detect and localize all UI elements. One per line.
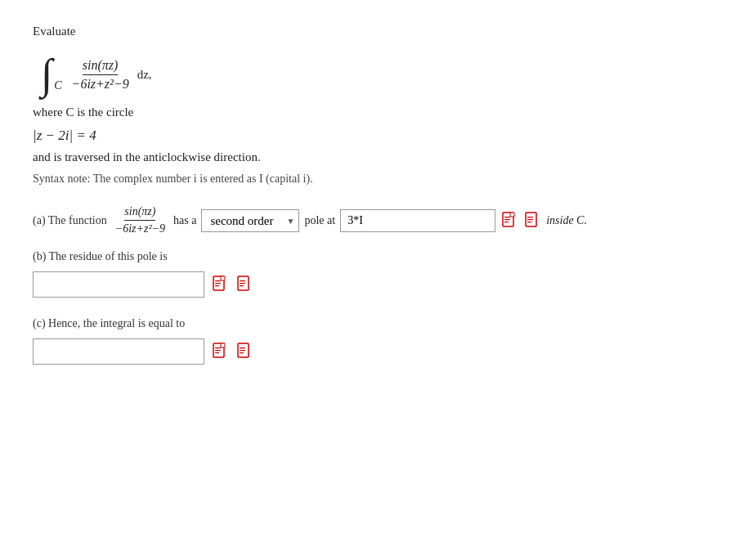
svg-rect-9 [215, 280, 221, 281]
syntax-note: Syntax note: The complex number i is ent… [33, 172, 720, 186]
svg-rect-14 [240, 283, 245, 284]
integral-block: ∫ C sin(πz) −6iz+z²−9 dz, [41, 53, 720, 96]
part-b-input[interactable] [33, 271, 204, 298]
part-c-icon-2[interactable] [235, 343, 253, 361]
svg-rect-1 [504, 217, 510, 217]
pole-value-input[interactable] [340, 209, 495, 232]
evaluate-heading: Evaluate [33, 25, 720, 38]
svg-rect-13 [240, 280, 245, 281]
part-c-label: (c) Hence, the integral is equal to [33, 317, 720, 330]
integral-sub: C [54, 79, 61, 92]
part-b-icon-2[interactable] [235, 276, 253, 293]
svg-rect-19 [215, 352, 219, 353]
part-b-label: (b) The residue of this pole is [33, 250, 720, 263]
order-dropdown-wrapper[interactable]: first order second order third order ▼ [201, 209, 299, 232]
part-c-section: (c) Hence, the integral is equal to [33, 317, 720, 365]
integral-symbol: ∫ [41, 53, 52, 96]
svg-rect-10 [215, 283, 221, 284]
order-select[interactable]: first order second order third order [201, 209, 299, 232]
part-a-denominator: −6iz+z²−9 [115, 221, 165, 235]
and-line: and is traversed in the anticlockwise di… [33, 150, 720, 164]
where-line: where C is the circle [33, 105, 720, 119]
svg-rect-22 [240, 350, 245, 351]
pole-at-label: pole at [304, 214, 335, 227]
svg-rect-11 [215, 285, 219, 286]
dz-label: dz, [137, 68, 152, 82]
part-c-icon-1[interactable] [211, 343, 229, 361]
svg-rect-2 [504, 219, 510, 220]
part-b-input-row [33, 271, 720, 298]
svg-rect-23 [240, 352, 244, 353]
has-a-label: has a [173, 214, 196, 227]
part-a-numerator: sin(πz) [124, 205, 155, 221]
part-c-input[interactable] [33, 338, 204, 365]
svg-rect-6 [527, 219, 533, 220]
svg-rect-17 [215, 347, 221, 348]
part-a-label: (a) The function [33, 214, 107, 227]
modulus-expression: |z − 2i| = 4 [33, 128, 720, 144]
pole-icon-1[interactable] [500, 212, 518, 230]
svg-rect-3 [504, 222, 509, 222]
svg-rect-5 [527, 217, 533, 217]
pole-icon-2[interactable] [523, 212, 541, 230]
svg-rect-15 [240, 285, 244, 286]
svg-rect-21 [240, 347, 245, 348]
inside-c-label: inside C. [546, 214, 587, 227]
part-c-input-row [33, 338, 720, 365]
part-a-row: (a) The function sin(πz) −6iz+z²−9 has a… [33, 205, 720, 235]
integral-numerator: sin(πz) [83, 58, 119, 75]
integral-denominator: −6iz+z²−9 [72, 75, 129, 92]
part-a-fraction: sin(πz) −6iz+z²−9 [115, 205, 165, 235]
part-b-icon-1[interactable] [211, 276, 229, 293]
part-b-section: (b) The residue of this pole is [33, 250, 720, 298]
svg-rect-7 [527, 222, 531, 222]
svg-rect-18 [215, 350, 221, 351]
integral-fraction: sin(πz) −6iz+z²−9 [72, 58, 129, 92]
